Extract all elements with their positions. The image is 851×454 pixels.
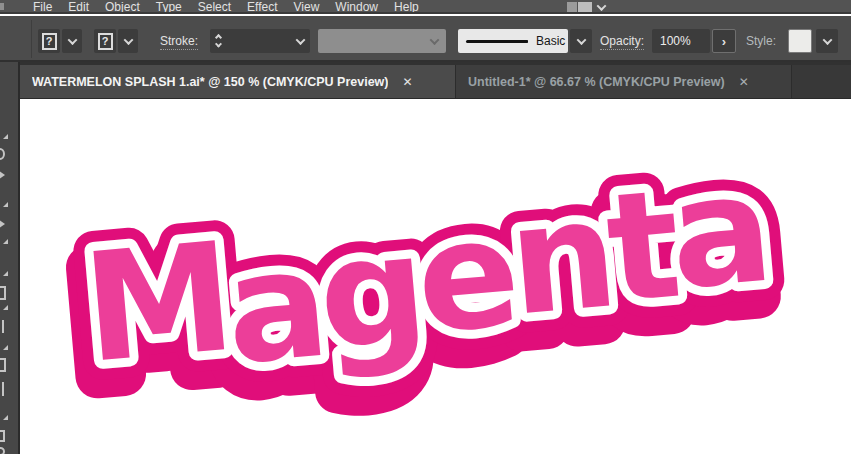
artboard-canvas[interactable]: Magenta Magenta Magenta Magenta — [22, 99, 851, 454]
illustrator-window: File Edit Object Type Select Effect View… — [0, 0, 851, 454]
stepper-down-icon — [215, 40, 222, 47]
menu-type[interactable]: Type — [156, 1, 182, 13]
fill-color-dropdown[interactable] — [62, 29, 82, 53]
stepper-up-icon — [215, 33, 222, 40]
tool-flyout-mark — [3, 305, 8, 310]
tool-fragment-icon — [0, 430, 5, 442]
graphic-style-dropdown[interactable] — [816, 29, 838, 53]
magenta-lettering-artwork[interactable]: Magenta Magenta Magenta Magenta — [50, 127, 810, 454]
artwork-fill-layer: Magenta — [75, 141, 774, 410]
control-bar: ? ? Stroke: Basic Opacity — [0, 16, 851, 62]
brush-definition-preview[interactable]: Basic — [458, 29, 568, 53]
menu-help[interactable]: Help — [394, 1, 419, 13]
chevron-down-icon — [67, 35, 77, 45]
tool-flyout-mark — [3, 134, 8, 139]
divider — [31, 20, 32, 58]
unknown-fill-icon: ? — [42, 33, 57, 50]
tool-fragment-icon — [0, 170, 5, 180]
tool-flyout-mark — [3, 271, 8, 276]
stroke-width-stepper[interactable] — [216, 35, 221, 48]
layout-icon — [567, 2, 592, 13]
chevron-down-icon — [123, 35, 133, 45]
tab-title: Untitled-1* @ 66.67 % (CMYK/CPU Preview) — [468, 75, 725, 89]
transparency-panel-expand-button[interactable]: › — [712, 29, 736, 53]
graphic-style-swatch[interactable] — [788, 29, 812, 53]
brush-preset-name: Basic — [536, 34, 565, 48]
close-icon[interactable]: ✕ — [402, 76, 412, 88]
fill-color-swatch[interactable]: ? — [38, 29, 60, 53]
brush-definition-dropdown[interactable] — [570, 29, 592, 53]
stroke-label[interactable]: Stroke: — [160, 34, 198, 50]
menu-file[interactable]: File — [33, 1, 52, 13]
stroke-color-dropdown[interactable] — [118, 29, 138, 53]
tab-title: WATERMELON SPLASH 1.ai* @ 150 % (CMYK/CP… — [32, 75, 388, 89]
chevron-down-icon — [576, 35, 586, 45]
tool-fragment-icon — [0, 148, 5, 160]
menu-window[interactable]: Window — [335, 1, 378, 13]
variable-width-profile-dropdown[interactable] — [318, 29, 446, 53]
tool-flyout-mark — [3, 345, 8, 350]
tool-flyout-mark — [3, 239, 8, 244]
menu-select[interactable]: Select — [198, 1, 231, 13]
tab-untitled-1[interactable]: Untitled-1* @ 66.67 % (CMYK/CPU Preview)… — [456, 65, 791, 98]
menu-object[interactable]: Object — [105, 1, 140, 13]
menu-view[interactable]: View — [294, 1, 320, 13]
chevron-down-icon — [296, 35, 306, 45]
opacity-input[interactable]: 100% — [652, 29, 710, 53]
document-tab-bar: WATERMELON SPLASH 1.ai* @ 150 % (CMYK/CP… — [20, 62, 851, 99]
menu-edit[interactable]: Edit — [68, 1, 89, 13]
brush-stroke-icon — [466, 40, 528, 43]
tools-panel-clipped[interactable] — [0, 62, 20, 454]
tool-fragment-icon — [0, 219, 5, 229]
chevron-down-icon — [596, 1, 606, 11]
chevron-down-icon — [822, 35, 832, 45]
tool-fragment-icon — [0, 358, 6, 372]
clipped-app-icon — [0, 3, 4, 10]
tab-bar-empty-space — [791, 65, 851, 98]
stroke-color-swatch[interactable]: ? — [94, 29, 116, 53]
stroke-width-combo[interactable] — [210, 29, 310, 53]
tool-flyout-mark — [3, 202, 8, 207]
menu-effect[interactable]: Effect — [247, 1, 277, 13]
tool-fragment-icon — [0, 447, 5, 454]
tool-fragment-icon — [2, 382, 4, 396]
tool-flyout-mark — [3, 415, 8, 420]
menu-bar: File Edit Object Type Select Effect View… — [0, 0, 851, 14]
unknown-stroke-icon: ? — [98, 33, 113, 50]
style-label[interactable]: Style: — [746, 34, 776, 49]
opacity-label[interactable]: Opacity: — [600, 34, 644, 50]
close-icon[interactable]: ✕ — [739, 76, 749, 88]
tool-fragment-icon — [0, 286, 6, 300]
tab-watermelon-splash[interactable]: WATERMELON SPLASH 1.ai* @ 150 % (CMYK/CP… — [20, 65, 455, 98]
workspace-switcher-icon[interactable] — [567, 2, 605, 13]
tool-fragment-icon — [2, 320, 4, 333]
chevron-down-icon — [430, 35, 440, 45]
